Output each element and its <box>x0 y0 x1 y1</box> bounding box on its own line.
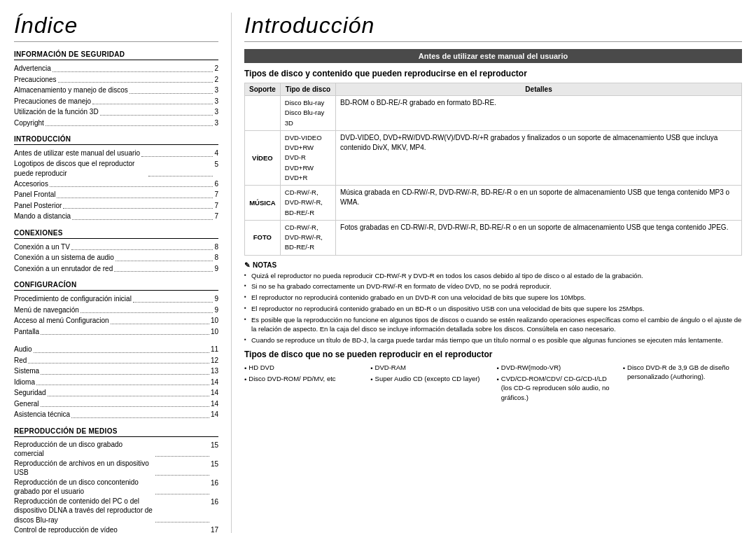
toc-entry: General14 <box>14 399 218 410</box>
table-header-disc-type: Tipo de disco <box>280 83 335 96</box>
disc-type-cell: DVD-VIDEO DVD+RW DVD-R DVD+RW DVD+R <box>280 130 335 185</box>
toc-entry: Reproducción de contenido del PC o del d… <box>14 497 218 525</box>
disc-type-cell: CD-RW/-R, DVD-RW/-R, BD-RE/-R <box>280 186 335 221</box>
cannot-play-item: • Disco DVD-ROM/ PD/MV, etc <box>244 374 363 384</box>
toc-entry: Sistema13 <box>14 366 218 377</box>
table-header-details: Detalles <box>336 83 742 96</box>
toc-entry: Mando a distancia7 <box>14 211 218 222</box>
toc-entry: Conexión a un TV8 <box>14 242 218 253</box>
cannot-play-col-1: • HD DVD • Disco DVD-ROM/ PD/MV, etc <box>244 363 363 402</box>
toc-entry: Audio11 <box>14 344 218 355</box>
cannot-play-item: • HD DVD <box>244 363 363 373</box>
toc-entry: Reproducción de un disco concontenido gr… <box>14 478 218 497</box>
support-cell: MÚSICA <box>245 186 281 221</box>
list-item: Si no se ha grabado correctamente un DVD… <box>244 282 742 291</box>
cannot-play-item: • DVD-RW(modo-VR) <box>497 363 616 373</box>
details-cell: DVD-VIDEO, DVD+RW/DVD-RW(V)/DVD-R/+R gra… <box>336 130 742 185</box>
toc-entry: Acceso al menú Configuracion10 <box>14 315 218 326</box>
toc-entry: Accesorios6 <box>14 179 218 190</box>
introduction-title: Introducción <box>244 13 742 42</box>
index-column: Índice INFORMACIÓN DE SEGURIDAD Adverten… <box>14 13 231 533</box>
section-title-introduccion: INTRODUCCIÓN <box>14 135 218 145</box>
cannot-play-grid: • HD DVD • Disco DVD-ROM/ PD/MV, etc • D… <box>244 363 742 402</box>
notes-list: Quizá el reproductor no pueda reproducir… <box>244 271 742 345</box>
toc-entry: Utilización de la función 3D3 <box>14 106 218 118</box>
list-item: El reproductor no reproducirá contenido … <box>244 304 742 314</box>
disc-type-cell: CD-RW/-R, DVD-RW/-R, BD-RE/-R <box>280 220 335 255</box>
section-introduccion: INTRODUCCIÓN Antes de utilizar este manu… <box>14 135 218 222</box>
cannot-play-item: • Super Audio CD (excepto CD layer) <box>370 374 489 384</box>
cannot-play-col-3: • DVD-RW(modo-VR) • CVD/CD-ROM/CDV/ CD-G… <box>497 363 616 402</box>
cannot-play-col-4: • Disco DVD-R de 3,9 GB de diseño person… <box>623 363 742 402</box>
section-title-conexiones: CONEXIONES <box>14 229 218 239</box>
section-reproduccion: REPRODUCCIÓN DE MEDIOS Reproducción de u… <box>14 427 218 534</box>
list-item: Cuando se reproduce un título de BD-J, l… <box>244 335 742 345</box>
section-conexiones: CONEXIONES Conexión a un TV8 Conexión a … <box>14 229 218 275</box>
toc-entry: Antes de utilizar este manual del usuari… <box>14 148 218 159</box>
list-item: El reproductor no reproducirá contenido … <box>244 293 742 303</box>
toc-entry: Conexión a un enrutador de red9 <box>14 263 218 275</box>
section-title-reproduccion: REPRODUCCIÓN DE MEDIOS <box>14 427 218 437</box>
details-cell: Música grabada en CD-RW/-R, DVD-RW/-R, B… <box>336 186 742 221</box>
table-row: Disco Blu-ray Disco Blu-ray 3D BD-ROM o … <box>245 96 742 131</box>
toc-entry: Copyright3 <box>14 118 218 129</box>
table-header-support: Soporte <box>245 83 281 96</box>
index-title: Índice <box>14 13 218 42</box>
support-cell <box>245 96 281 131</box>
table-row: FOTO CD-RW/-R, DVD-RW/-R, BD-RE/-R Fotos… <box>245 220 742 255</box>
support-cell: VÍDEO <box>245 130 281 185</box>
table-row: VÍDEO DVD-VIDEO DVD+RW DVD-R DVD+RW DVD+… <box>245 130 742 185</box>
toc-entry: Procedimiento de configuración inicial9 <box>14 293 218 305</box>
disc-table: Soporte Tipo de disco Detalles Disco Blu… <box>244 83 742 256</box>
section-informacion: INFORMACIÓN DE SEGURIDAD Advertencia2 Pr… <box>14 50 218 128</box>
list-item: Es posible que la reproducción no funcio… <box>244 315 742 335</box>
section-title-configuracion: CONFIGURACÍON <box>14 281 218 291</box>
toc-entry: Menú de navegación9 <box>14 305 218 316</box>
cannot-play-item: • CVD/CD-ROM/CDV/ CD-G/CD-I/LD (los CD-G… <box>497 374 616 402</box>
disc-section-title: Tipos de disco y contenido que pueden re… <box>244 69 742 78</box>
section-configuracion: CONFIGURACÍON Procedimiento de configura… <box>14 281 218 337</box>
disc-type-cell: Disco Blu-ray Disco Blu-ray 3D <box>280 96 335 131</box>
toc-entry: Advertencia2 <box>14 63 218 74</box>
notes-section: ✎ NOTAS Quizá el reproductor no pueda re… <box>244 261 742 345</box>
toc-entry: Panel Frontal7 <box>14 189 218 200</box>
toc-entry: Red12 <box>14 355 218 366</box>
toc-entry: Control de reproducción de vídeo17 <box>14 525 218 533</box>
toc-entry: Conexión a un sistema de audio8 <box>14 252 218 263</box>
notes-title: ✎ NOTAS <box>244 261 742 269</box>
table-row: MÚSICA CD-RW/-R, DVD-RW/-R, BD-RE/-R Mús… <box>245 186 742 221</box>
toc-entry: Almacenamiento y manejo de discos3 <box>14 85 218 96</box>
cannot-play-item: • Disco DVD-R de 3,9 GB de diseño person… <box>623 363 742 382</box>
banner: Antes de utilizar este manual del usuari… <box>244 49 742 63</box>
toc-entry: Reproducción de un disco grabado comerci… <box>14 440 218 459</box>
section-title-informacion: INFORMACIÓN DE SEGURIDAD <box>14 50 218 60</box>
toc-entry: Logotipos de discos que el reproductor p… <box>14 159 218 179</box>
cannot-play-col-2: • DVD-RAM • Super Audio CD (excepto CD l… <box>370 363 489 402</box>
toc-entry: Precauciones de manejo3 <box>14 96 218 107</box>
list-item: Quizá el reproductor no pueda reproducir… <box>244 271 742 281</box>
cannot-play-item: • DVD-RAM <box>370 363 489 373</box>
toc-entry: Panel Posterior7 <box>14 200 218 212</box>
toc-entry: Seguridad14 <box>14 387 218 399</box>
toc-entry: Pantalla10 <box>14 326 218 338</box>
toc-entry: Reproducción de archivos en un dispositi… <box>14 459 218 478</box>
toc-audio-section: Audio11 Red12 Sistema13 Idioma14 Segurid… <box>14 344 218 420</box>
cannot-play-title: Tipos de disco que no se pueden reproduc… <box>244 349 742 359</box>
details-cell: Fotos grabadas en CD-RW/-R, DVD-RW/-R, B… <box>336 220 742 255</box>
details-cell: BD-ROM o BD-RE/-R grabado en formato BD-… <box>336 96 742 131</box>
toc-entry: Idioma14 <box>14 377 218 388</box>
toc-entry: Asistencia técnica14 <box>14 409 218 420</box>
toc-entry: Precauciones2 <box>14 74 218 85</box>
support-cell: FOTO <box>245 220 281 255</box>
introduction-column: Introducción Antes de utilizar este manu… <box>231 13 742 533</box>
